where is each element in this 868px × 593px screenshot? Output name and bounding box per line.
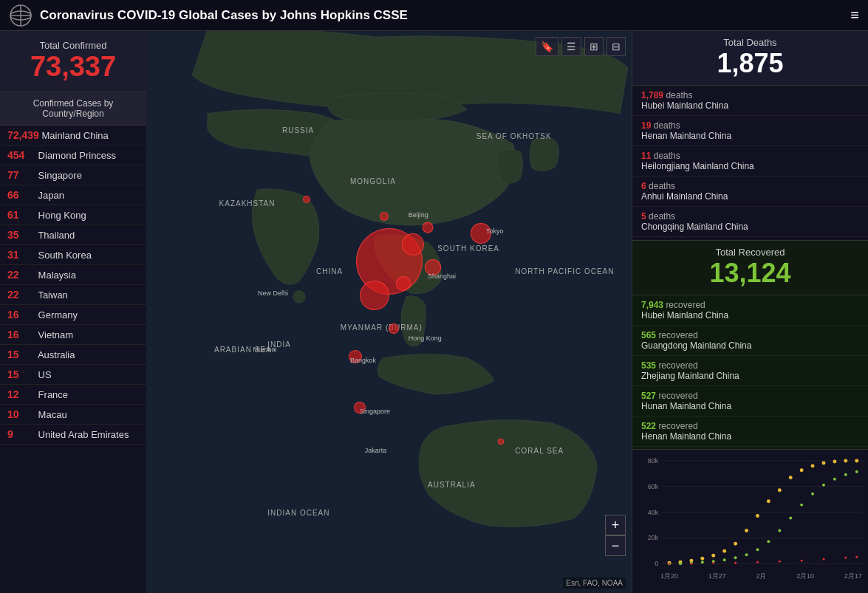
svg-text:80k: 80k: [648, 457, 659, 465]
sidebar-item[interactable]: 454 Diamond Princess: [0, 145, 146, 165]
recovered-count: 522: [641, 421, 656, 431]
sidebar-item[interactable]: 22 Malaysia: [0, 265, 146, 285]
deaths-location: Anhui Mainland China: [641, 191, 728, 202]
grid-button[interactable]: ⊟: [606, 37, 626, 56]
map-bubble: [423, 222, 434, 233]
svg-point-64: [801, 560, 803, 562]
map-bubble: [360, 281, 389, 310]
deaths-location: Hubei Mainland China: [641, 100, 728, 111]
app-logo: [9, 4, 33, 27]
sidebar-item[interactable]: 10 Macau: [0, 405, 146, 425]
sidebar-name: Mainland China: [39, 130, 109, 141]
recovered-panel: Total Recovered 13,124 7,943 recoveredHu…: [632, 240, 868, 450]
sidebar-name: Taiwan: [35, 289, 68, 301]
sidebar-item[interactable]: 72,439 Mainland China: [0, 126, 146, 145]
deaths-location: Chongqing Mainland China: [641, 222, 748, 232]
sidebar-name: Hong Kong: [35, 210, 86, 221]
recovered-count: 565: [641, 330, 656, 340]
deaths-count: 19: [641, 120, 651, 131]
sidebar-item[interactable]: 77 Singapore: [0, 165, 146, 185]
world-map-svg: [146, 31, 632, 593]
trend-chart: 80k 60k 40k 20k 0 1月20 1月27 2月 2月10 2月17: [632, 450, 868, 593]
svg-text:60k: 60k: [648, 483, 659, 490]
recovered-location: Hunan Mainland China: [641, 401, 731, 411]
map-bubble: [396, 276, 411, 291]
svg-point-50: [778, 529, 781, 532]
recovered-location: Henan Mainland China: [641, 431, 731, 442]
map-background: RUSSIAKAZAKHSTANMONGOLIACHINASOUTH KOREA…: [146, 31, 632, 593]
recovered-location: Guangdong Mainland China: [641, 340, 751, 351]
sidebar-count: 66: [7, 189, 35, 201]
sidebar-count: 15: [7, 349, 35, 360]
recovered-item: 522 recoveredHenan Mainland China: [632, 417, 868, 447]
map-bubble: [498, 439, 504, 445]
svg-point-58: [669, 563, 671, 565]
svg-text:40k: 40k: [648, 509, 659, 516]
svg-point-65: [822, 558, 824, 561]
svg-point-32: [778, 488, 782, 492]
total-confirmed-box: Total Confirmed 73,337: [0, 31, 146, 92]
deaths-count: 11: [641, 151, 651, 161]
map-area[interactable]: RUSSIAKAZAKHSTANMONGOLIACHINASOUTH KOREA…: [146, 31, 632, 593]
recovered-count: 535: [641, 360, 656, 371]
recovered-header: Total Recovered 13,124: [632, 241, 868, 295]
sidebar-item[interactable]: 31 South Korea: [0, 245, 146, 265]
menu-icon[interactable]: ≡: [850, 7, 859, 24]
chart-area: 80k 60k 40k 20k 0 1月20 1月27 2月 2月10 2月17: [632, 449, 868, 593]
zoom-out-button[interactable]: −: [605, 535, 626, 556]
svg-point-36: [822, 461, 826, 465]
sidebar-count: 35: [7, 229, 35, 241]
svg-point-37: [833, 459, 836, 463]
sidebar-item[interactable]: 16 Vietnam: [0, 325, 146, 345]
recovered-item: 7,943 recoveredHubei Mainland China: [632, 295, 868, 326]
svg-point-28: [734, 542, 737, 546]
svg-point-33: [789, 476, 793, 479]
sidebar-name: Macau: [35, 409, 67, 420]
deaths-header: Total Deaths 1,875: [632, 31, 868, 86]
recovered-header-label: Total Recovered: [641, 247, 859, 258]
map-bubble: [389, 323, 399, 334]
svg-point-53: [811, 493, 814, 496]
sidebar-item[interactable]: 16 Germany: [0, 305, 146, 325]
sidebar-name: Malaysia: [35, 270, 76, 281]
sidebar-item[interactable]: 35 Thailand: [0, 225, 146, 245]
map-bubble: [354, 402, 366, 414]
sidebar-name: Singapore: [35, 170, 82, 181]
total-confirmed-value: 73,337: [9, 51, 137, 83]
svg-point-55: [833, 478, 836, 481]
recovered-label: recovered: [658, 391, 697, 401]
sidebar-item[interactable]: 9 United Arab Emirates: [0, 425, 146, 445]
sidebar-count: 72,439: [7, 129, 39, 141]
svg-point-51: [789, 517, 792, 520]
deaths-header-label: Total Deaths: [641, 37, 859, 48]
sidebar-count: 22: [7, 269, 35, 281]
deaths-count: 5: [641, 211, 646, 222]
sidebar-name: US: [35, 369, 52, 380]
sidebar-item[interactable]: 15 Australia: [0, 345, 146, 365]
sidebar-item[interactable]: 61 Hong Kong: [0, 205, 146, 225]
svg-point-26: [711, 554, 715, 558]
svg-point-52: [800, 504, 803, 507]
svg-text:2月10: 2月10: [796, 572, 814, 580]
bookmark-button[interactable]: 🔖: [536, 37, 558, 56]
svg-point-5: [293, 291, 306, 304]
recovered-count: 527: [641, 391, 656, 401]
svg-point-29: [745, 529, 748, 532]
svg-point-38: [844, 459, 847, 462]
confirmed-by-region-header: Confirmed Cases by Country/Region: [0, 92, 146, 126]
sidebar-item[interactable]: 12 France: [0, 385, 146, 405]
recovered-label: recovered: [658, 330, 697, 340]
zoom-in-button[interactable]: +: [605, 515, 626, 535]
sidebar-count: 10: [7, 408, 35, 420]
sidebar-item[interactable]: 15 US: [0, 365, 146, 385]
sidebar-name: United Arab Emirates: [35, 429, 129, 440]
map-bubble: [303, 196, 310, 203]
list-button[interactable]: ☰: [561, 37, 581, 56]
layers-button[interactable]: ⊞: [584, 37, 604, 56]
deaths-item: 19 deathsHenan Mainland China: [632, 116, 868, 146]
deaths-item: 1,789 deathsHubei Mainland China: [632, 86, 868, 116]
sidebar-count: 9: [7, 428, 35, 440]
svg-text:2月17: 2月17: [844, 572, 862, 580]
sidebar-item[interactable]: 66 Japan: [0, 185, 146, 205]
sidebar-item[interactable]: 22 Taiwan: [0, 285, 146, 305]
